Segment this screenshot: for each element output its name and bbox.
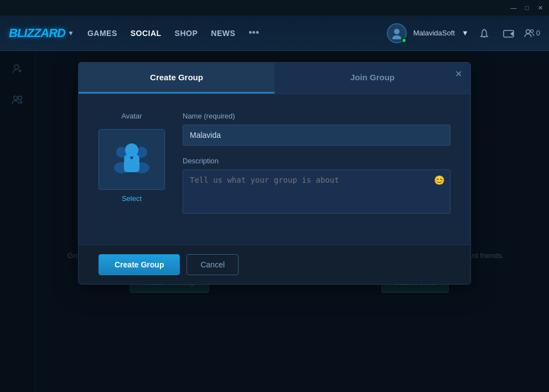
name-input[interactable]	[183, 125, 450, 146]
logo-text: BLIZZARD	[9, 26, 65, 40]
description-field: Description 😊	[183, 157, 450, 216]
description-textarea[interactable]	[183, 169, 450, 214]
name-label: Name (required)	[183, 112, 450, 120]
close-window-button[interactable]: ✕	[536, 3, 545, 12]
cancel-button[interactable]: Cancel	[187, 254, 239, 275]
nav-links: GAMES SOCIAL SHOP NEWS •••	[87, 27, 387, 39]
friends-button[interactable]: 0	[524, 29, 540, 38]
maximize-button[interactable]: □	[522, 3, 531, 12]
svg-point-1	[392, 35, 401, 39]
emoji-button[interactable]: 😊	[434, 175, 445, 185]
camera-button[interactable]	[500, 24, 517, 42]
svg-point-6	[530, 29, 533, 32]
avatar-preview-icon	[110, 140, 154, 179]
avatar-label: Avatar	[121, 112, 142, 120]
tab-create-group[interactable]: Create Group	[79, 63, 274, 94]
description-wrapper: 😊	[183, 169, 450, 216]
svg-marker-4	[510, 32, 513, 36]
minimize-button[interactable]: —	[509, 3, 518, 12]
nav-games[interactable]: GAMES	[87, 29, 117, 38]
svg-rect-2	[483, 37, 485, 38]
friends-count: 0	[536, 29, 540, 37]
title-bar: — □ ✕	[0, 0, 549, 16]
avatar-icon	[391, 27, 403, 39]
logo-caret: ▼	[68, 29, 74, 37]
create-group-submit-button[interactable]: Create Group	[99, 254, 180, 275]
svg-point-0	[394, 29, 400, 34]
svg-point-21	[133, 154, 139, 163]
create-group-modal: ✕ Create Group Join Group Avatar	[78, 62, 471, 285]
tab-join-group[interactable]: Join Group	[274, 63, 470, 94]
modal-overlay: ✕ Create Group Join Group Avatar	[0, 51, 549, 392]
navbar: BLIZZARD ▼ GAMES SOCIAL SHOP NEWS ••• Ma…	[0, 16, 549, 51]
username-label[interactable]: MalavidaSoft	[413, 29, 455, 37]
user-avatar-container	[387, 23, 407, 43]
modal-body: Avatar	[79, 94, 470, 245]
main-area: Groups let you gather with communities o…	[0, 51, 549, 392]
nav-news[interactable]: NEWS	[211, 29, 235, 38]
nav-social[interactable]: SOCIAL	[131, 29, 162, 38]
nav-shop[interactable]: SHOP	[175, 29, 198, 38]
username-caret[interactable]: ▼	[462, 29, 469, 37]
svg-point-5	[526, 29, 530, 33]
online-indicator	[401, 38, 407, 43]
name-field: Name (required)	[183, 112, 450, 146]
form-fields: Name (required) Description 😊	[183, 112, 450, 227]
modal-tabs: Create Group Join Group	[79, 63, 470, 94]
description-label: Description	[183, 157, 450, 165]
svg-point-20	[124, 154, 131, 163]
avatar-preview	[99, 129, 165, 190]
nav-right: MalavidaSoft ▼ 0	[387, 23, 540, 43]
avatar-section: Avatar	[99, 112, 165, 203]
logo[interactable]: BLIZZARD ▼	[9, 26, 74, 40]
avatar-select-link[interactable]: Select	[122, 194, 142, 203]
modal-close-button[interactable]: ✕	[453, 68, 464, 79]
modal-footer: Create Group Cancel	[79, 245, 470, 284]
notifications-button[interactable]	[475, 24, 493, 42]
form-row: Avatar	[99, 112, 450, 227]
nav-more-button[interactable]: •••	[248, 27, 259, 39]
